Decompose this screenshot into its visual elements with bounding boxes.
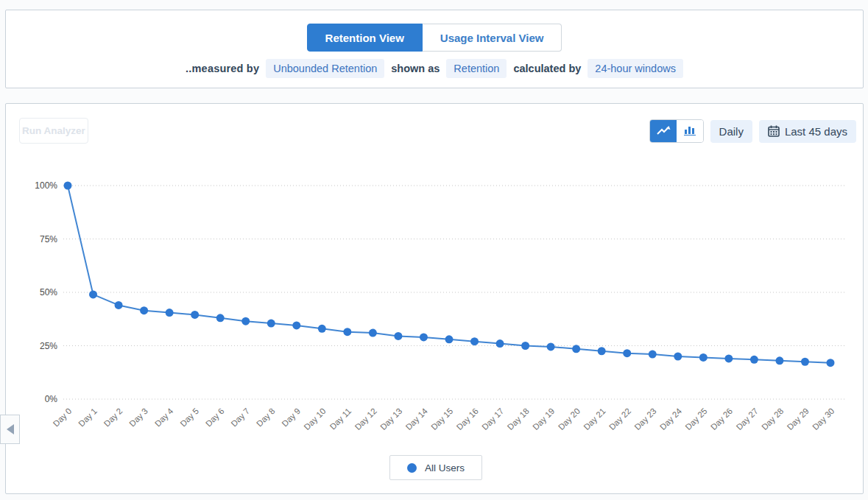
svg-text:Day 6: Day 6 [204,406,226,429]
svg-text:0%: 0% [45,394,58,404]
svg-text:Day 21: Day 21 [582,406,607,432]
svg-text:Day 15: Day 15 [429,406,454,432]
svg-text:Day 29: Day 29 [786,406,811,432]
shown-as-selector[interactable]: Retention [446,59,507,78]
svg-text:Day 13: Day 13 [378,406,403,432]
svg-text:Day 25: Day 25 [683,406,708,432]
svg-text:Day 7: Day 7 [229,406,251,429]
svg-text:Day 2: Day 2 [102,406,124,429]
legend-item-all-users[interactable]: All Users [389,455,482,480]
shown-as-label: shown as [391,63,440,74]
svg-text:75%: 75% [40,234,57,244]
svg-text:Day 24: Day 24 [658,406,684,432]
svg-text:Day 4: Day 4 [153,406,175,429]
chart-panel: Run Analyzer [5,103,864,494]
measured-by-label: ..measured by [186,63,259,74]
measurement-criteria-row: ..measured by Unbounded Retention shown … [6,59,863,78]
tab-usage-interval-view[interactable]: Usage Interval View [423,24,562,52]
retention-line-chart: 0%25%50%75%100%Day 0Day 1Day 2Day 3Day 4… [6,104,863,493]
svg-text:Day 30: Day 30 [811,406,836,432]
svg-text:Day 11: Day 11 [328,406,353,432]
left-arrow-icon [7,424,14,434]
window-selector[interactable]: 24-hour windows [588,59,683,78]
legend-label: All Users [425,462,465,473]
svg-text:Day 18: Day 18 [506,406,531,432]
svg-text:Day 14: Day 14 [404,406,430,432]
svg-text:Day 23: Day 23 [632,406,657,432]
retention-analysis-page: Retention View Usage Interval View ..mea… [0,0,868,500]
metric-selector[interactable]: Unbounded Retention [266,59,384,78]
view-config-panel: Retention View Usage Interval View ..mea… [5,10,864,88]
svg-text:Day 0: Day 0 [52,406,74,429]
svg-text:Day 17: Day 17 [480,406,505,432]
svg-text:Day 1: Day 1 [77,406,99,429]
calculated-by-label: calculated by [513,63,581,74]
svg-text:Day 19: Day 19 [531,406,556,432]
svg-text:25%: 25% [40,341,57,351]
svg-text:Day 12: Day 12 [353,406,378,432]
svg-text:Day 8: Day 8 [255,406,277,429]
collapse-panel-handle[interactable] [0,415,20,444]
tab-retention-view[interactable]: Retention View [307,24,423,52]
svg-text:Day 16: Day 16 [455,406,480,432]
svg-text:50%: 50% [40,287,57,297]
series-color-dot [407,463,417,473]
svg-text:Day 20: Day 20 [557,406,582,432]
svg-text:Day 10: Day 10 [302,406,327,432]
svg-text:Day 28: Day 28 [760,406,785,432]
svg-text:Day 5: Day 5 [178,406,200,429]
svg-text:Day 27: Day 27 [735,406,760,432]
svg-text:Day 3: Day 3 [127,406,149,429]
view-tabs: Retention View Usage Interval View [6,24,863,52]
svg-text:100%: 100% [35,180,57,191]
svg-text:Day 26: Day 26 [709,406,734,432]
svg-text:Day 9: Day 9 [280,406,302,429]
svg-text:Day 22: Day 22 [607,406,632,432]
